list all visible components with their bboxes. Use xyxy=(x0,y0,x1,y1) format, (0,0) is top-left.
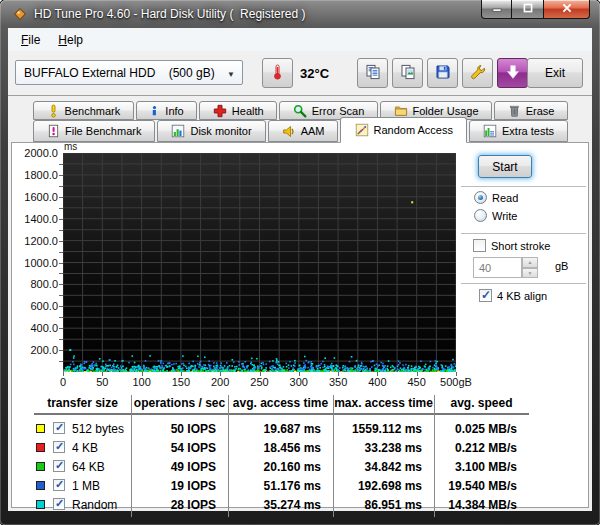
health-cross-icon xyxy=(213,104,227,118)
transfer-size-label: 512 bytes xyxy=(72,422,124,436)
folder-icon xyxy=(394,104,408,117)
y-tick-label: 1800.0 xyxy=(12,169,58,181)
y-tick-mark xyxy=(59,241,63,242)
series-color-swatch xyxy=(36,443,45,452)
minimize-icon xyxy=(490,1,504,17)
minimize-button[interactable] xyxy=(481,0,512,19)
radio-icon xyxy=(474,191,487,204)
app-window: HD Tune Pro 4.60 - Hard Disk Utility ( R… xyxy=(0,0,600,525)
tab-disk-monitor[interactable]: Disk monitor xyxy=(157,120,265,142)
exclamation-icon xyxy=(47,104,60,118)
speaker-icon xyxy=(282,125,296,138)
x-tick-mark xyxy=(299,372,300,376)
save-button[interactable] xyxy=(427,58,458,88)
y-tick-mark xyxy=(59,164,63,165)
copy-image-button[interactable] xyxy=(392,58,423,88)
x-tick-mark xyxy=(220,372,221,376)
title-bar[interactable]: HD Tune Pro 4.60 - Hard Disk Utility ( R… xyxy=(0,0,600,28)
x-tick-label: 400 xyxy=(355,376,399,388)
tab-label: Extra tests xyxy=(502,125,554,137)
x-tick-label: 300 xyxy=(277,376,321,388)
scatter-icon xyxy=(355,123,369,137)
avg-access-time-value: 19.687 ms xyxy=(228,422,321,436)
read-radio[interactable]: Read xyxy=(474,191,518,204)
y-tick-label: 1000.0 xyxy=(12,257,58,269)
series-checkbox[interactable] xyxy=(53,479,65,491)
separator xyxy=(461,186,586,188)
options-button[interactable] xyxy=(462,58,493,88)
capture-button[interactable] xyxy=(497,58,528,88)
x-tick-mark xyxy=(142,372,143,376)
maximize-icon xyxy=(521,1,535,17)
tab-erase[interactable]: Erase xyxy=(494,101,568,120)
thermometer-icon xyxy=(270,64,285,82)
stepper-up-button[interactable]: ▲ xyxy=(522,257,538,268)
write-radio[interactable]: Write xyxy=(474,209,517,222)
tab-health[interactable]: Health xyxy=(199,101,277,120)
short-stroke-size-input[interactable]: 40 xyxy=(473,257,522,278)
short-stroke-stepper: ▲ ▼ xyxy=(522,257,538,278)
avg-speed-value: 14.384 MB/s xyxy=(434,498,517,512)
y-tick-label: 2000.0 xyxy=(12,147,58,159)
tab-label: File Benchmark xyxy=(65,125,141,137)
table-header-divider xyxy=(34,413,529,415)
maximize-button[interactable] xyxy=(512,0,543,19)
tab-benchmark[interactable]: Benchmark xyxy=(33,101,134,120)
exit-button[interactable]: Exit xyxy=(527,58,583,88)
tab-file-benchmark[interactable]: File Benchmark xyxy=(33,120,155,142)
y-tick-label: 800.0 xyxy=(12,278,58,290)
4kb-align-label: 4 KB align xyxy=(497,290,547,302)
4kb-align-checkbox[interactable]: 4 KB align xyxy=(479,289,547,302)
tab-label: Benchmark xyxy=(65,105,121,117)
tab-strip: BenchmarkInfoHealthError ScanFolder Usag… xyxy=(8,100,592,146)
max-access-time-value: 192.698 ms xyxy=(333,479,422,493)
avg-speed-value: 0.025 MB/s xyxy=(434,422,517,436)
x-tick-label: 200 xyxy=(198,376,242,388)
table-row-1-mb: 1 MB19 IOPS51.176 ms192.698 ms19.540 MB/… xyxy=(12,477,552,496)
y-tick-label: 1600.0 xyxy=(12,191,58,203)
table-row-512-bytes: 512 bytes50 IOPS19.687 ms1559.112 ms0.02… xyxy=(12,420,552,439)
x-tick-mark xyxy=(181,372,182,376)
short-stroke-checkbox[interactable]: Short stroke xyxy=(473,239,550,252)
close-button[interactable] xyxy=(543,0,590,19)
menu-bar: FileHelp xyxy=(8,28,592,51)
tab-extra-tests[interactable]: Extra tests xyxy=(469,120,568,142)
temperature-button[interactable] xyxy=(262,58,293,88)
tab-info[interactable]: Info xyxy=(136,101,198,120)
x-tick-mark xyxy=(102,372,103,376)
series-color-swatch xyxy=(36,481,45,490)
tab-row-2: File BenchmarkDisk monitorAAMRandom Acce… xyxy=(33,120,568,142)
close-icon xyxy=(560,1,574,17)
table-header-avg-access-time: avg. access time xyxy=(228,396,333,411)
tab-aam[interactable]: AAM xyxy=(268,120,339,142)
menu-item-help[interactable]: Help xyxy=(49,30,92,50)
wrench-icon xyxy=(470,64,486,82)
start-button[interactable]: Start xyxy=(478,155,532,178)
y-tick-label: 200.0 xyxy=(12,344,58,356)
y-tick-label: 1200.0 xyxy=(12,235,58,247)
series-checkbox[interactable] xyxy=(53,498,65,510)
series-checkbox[interactable] xyxy=(53,460,65,472)
tab-label: Health xyxy=(232,105,264,117)
copy-text-button[interactable] xyxy=(357,58,388,88)
menu-item-file[interactable]: File xyxy=(12,30,49,50)
x-tick-mark xyxy=(456,372,457,376)
y-tick-mark xyxy=(59,328,63,329)
drive-selector-dropdown[interactable]: BUFFALO External HDD (500 gB) ▼ xyxy=(15,60,243,85)
tab-label: Error Scan xyxy=(312,105,365,117)
series-checkbox[interactable] xyxy=(53,422,65,434)
info-icon xyxy=(149,104,160,118)
grid-chart-icon xyxy=(483,124,497,138)
tab-random-access[interactable]: Random Access xyxy=(340,117,467,143)
series-checkbox[interactable] xyxy=(53,441,65,453)
transfer-size-label: 1 MB xyxy=(72,479,100,493)
short-stroke-label: Short stroke xyxy=(491,240,550,252)
write-radio-label: Write xyxy=(492,210,517,222)
max-access-time-value: 1559.112 ms xyxy=(333,422,422,436)
tab-label: Erase xyxy=(526,105,555,117)
window-controls xyxy=(481,0,590,19)
temperature-value: 32°C xyxy=(300,66,329,81)
stepper-down-button[interactable]: ▼ xyxy=(522,268,538,279)
avg-speed-value: 19.540 MB/s xyxy=(434,479,517,493)
x-tick-label: 150 xyxy=(159,376,203,388)
